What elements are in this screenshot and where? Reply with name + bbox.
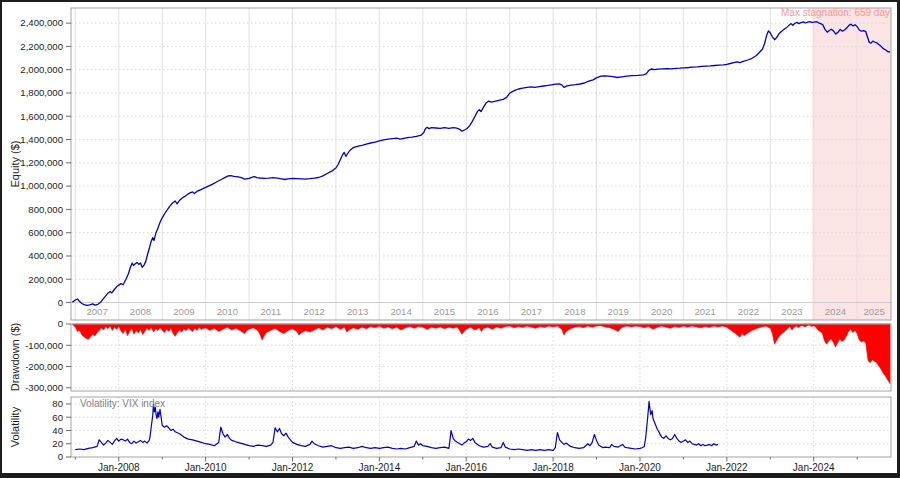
x-tick-label: Jan-2014 [359,462,401,473]
x-tick-label: Jan-2020 [619,462,661,473]
y-tick-label: 1,400,000 [20,134,63,145]
y-tick-label: 2,000,000 [20,64,63,75]
year-label: 2025 [863,306,884,317]
x-tick-label: Jan-2018 [532,462,574,473]
x-tick-label: Jan-2016 [445,462,487,473]
max-stagnation-label: Max stagnation: 659 day [781,7,890,18]
year-label: 2012 [304,306,325,317]
x-tick-label: Jan-2024 [793,462,835,473]
y-tick-label: 60 [52,412,63,423]
y-tick-label: 1,600,000 [20,111,63,122]
y-tick-label: 80 [52,398,63,409]
year-label: 2014 [390,306,412,317]
frame-bottom [0,473,900,478]
volatility-axis-title: Volatility [9,407,21,447]
year-label: 2009 [173,306,194,317]
y-tick-label: 1,800,000 [20,87,63,98]
year-label: 2008 [130,306,151,317]
year-label: 2007 [86,306,107,317]
y-tick-label: 20 [52,438,63,449]
drawdown-axis-title: Drawdown ($) [9,323,21,391]
year-label: 2022 [738,306,759,317]
stagnation-region [812,8,891,320]
equity-axis-title: Equity ($) [9,140,21,187]
y-tick-label: 800,000 [28,204,63,215]
y-tick-label: -300,000 [25,382,63,393]
year-label: 2015 [434,306,455,317]
year-label: 2024 [825,306,847,317]
frame-left [0,0,2,478]
year-label: 2010 [217,306,238,317]
y-tick-label: -200,000 [25,361,63,372]
y-tick-label: 0 [58,318,63,329]
y-tick-label: -100,000 [25,340,63,351]
y-tick-label: 0 [58,451,63,462]
year-label: 2020 [651,306,672,317]
y-tick-label: 40 [52,425,63,436]
year-label: 2013 [347,306,368,317]
year-label: 2016 [477,306,498,317]
frame-top [0,0,900,2]
year-label: 2023 [781,306,802,317]
x-tick-label: Jan-2010 [185,462,227,473]
y-tick-label: 0 [58,297,63,308]
year-label: 2021 [694,306,715,317]
y-tick-label: 1,200,000 [20,157,63,168]
year-label: 2017 [521,306,542,317]
x-tick-label: Jan-2012 [272,462,314,473]
y-tick-label: 2,200,000 [20,41,63,52]
year-label: 2019 [608,306,629,317]
y-tick-label: 200,000 [28,274,63,285]
year-label: 2011 [260,306,281,317]
vix-index-annotation: Volatility: VIX index [80,398,165,409]
y-tick-label: 400,000 [28,250,63,261]
y-tick-label: 2,400,000 [20,17,63,28]
backtest-performance-chart: 0200,000400,000600,000800,0001,000,0001,… [0,0,900,478]
year-label: 2018 [564,306,585,317]
x-tick-label: Jan-2022 [706,462,748,473]
x-tick-label: Jan-2008 [98,462,140,473]
y-tick-label: 1,000,000 [20,180,63,191]
y-tick-label: 600,000 [28,227,63,238]
